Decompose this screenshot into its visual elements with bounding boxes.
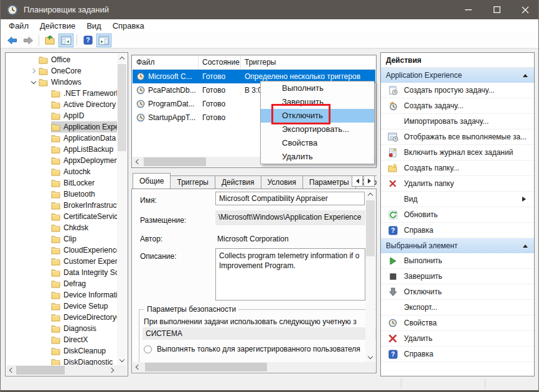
details-vertical-scrollbar[interactable] [365,190,375,362]
column-header-0[interactable]: Файл [133,56,199,70]
folder-icon [51,314,60,322]
tab-scroll-right-button[interactable] [363,175,375,187]
back-button[interactable] [4,34,19,47]
column-header-2[interactable]: Триггеры [241,56,375,70]
action-item-создать-папку-[interactable]: Создать папку... [381,161,534,176]
action-item-справка[interactable]: ?Справка [381,223,534,238]
tree-item-office[interactable]: Office [6,54,117,65]
tree-item-appxdeploymentclient[interactable]: AppxDeploymentClient [6,155,117,166]
action-item-создать-простую-задачу-[interactable]: Создать простую задачу... [381,83,534,98]
column-header-1[interactable]: Состояние [199,56,241,70]
actions-section-header[interactable]: Application Experience [381,68,534,83]
tree-item-customer-experience-improvement-program[interactable]: Customer Experience Improvement Program [6,256,117,267]
tree-item-diskcleanup[interactable]: DiskCleanup [6,345,117,357]
action-item-отображать-все-выполняемые-за-[interactable]: Отображать все выполняемые за... [381,129,534,145]
help-button[interactable]: ? [80,34,95,47]
tree-item-applicationdata[interactable]: ApplicationData [6,133,117,144]
minimize-button[interactable] [454,0,482,19]
action-item-справка[interactable]: ?Справка [381,347,534,362]
action-item-экспорт-[interactable]: Экспорт... [381,300,534,315]
tree-item-bluetooth[interactable]: Bluetooth [6,189,117,200]
tree-item-chkdsk[interactable]: Chkdsk [6,222,117,233]
console-tree-icon [60,35,72,45]
tree-horizontal-scrollbar[interactable] [6,365,117,375]
logged-on-user-radio[interactable] [144,345,152,353]
tab-scroll-left-button[interactable] [352,175,363,187]
context-menu-item-[interactable]: Экспортировать... [261,123,374,136]
tree-item-device-information[interactable]: Device Information [6,289,117,301]
collapse-arrow-icon[interactable] [523,72,528,77]
menu-файл[interactable]: Файл [3,20,34,32]
tree-item-cloudexperiencehost[interactable]: CloudExperienceHost [6,245,117,256]
tree-item-appid[interactable]: AppID [6,110,117,121]
action-item-удалить[interactable]: Удалить [381,331,534,347]
tree-item-label: Clip [63,235,77,243]
tree-item-defrag[interactable]: Defrag [6,278,117,289]
folder-icon [39,78,48,86]
tree-vertical-scrollbar[interactable] [117,54,127,365]
up-level-button[interactable] [42,34,57,47]
tree-item-certificateservicesclient[interactable]: CertificateServicesClient [6,211,117,222]
action-item-удалить-папку[interactable]: Удалить папку [381,176,534,192]
menu-действие[interactable]: Действие [34,20,81,32]
action-pane-toggle-button[interactable] [96,34,111,47]
tab-параметры[interactable]: Параметры [302,175,356,189]
description-field[interactable]: Collects program telemetry information i… [215,248,365,301]
tree-item-label: Bluetooth [63,190,95,198]
action-item-отключить[interactable]: Отключить [381,284,534,300]
tree-item-onecore[interactable]: OneCore [6,65,117,77]
task-clock-icon [136,113,145,122]
tree-item-directx[interactable]: DirectX [6,334,117,345]
collapse-arrow-icon[interactable] [523,242,528,248]
name-field[interactable]: Microsoft Compatibility Appraiser [215,192,365,205]
task-state: Готово [199,97,241,111]
tree-item-label: BrokerInfrastructure [63,201,117,210]
tab-триггеры[interactable]: Триггеры [170,175,215,189]
tree-item-application-experience[interactable]: Application Experience [6,121,117,133]
tree-item-devicedirectoryclient[interactable]: DeviceDirectoryClient [6,312,117,323]
action-item-завершить[interactable]: Завершить [381,269,534,284]
action-item-вид[interactable]: Вид [381,192,534,207]
tree-item--net-framework[interactable]: .NET Framework [6,88,117,99]
tree-item-active-directory[interactable]: Active Directory [6,99,117,110]
description-label: Описание: [140,252,177,261]
details-horizontal-scrollbar[interactable] [133,362,375,372]
maximize-button[interactable] [482,0,511,19]
chevron-right-icon[interactable] [29,69,39,73]
tab-действия[interactable]: Действия [215,175,261,189]
folder-tree-panel: OfficeOneCoreWindows.NET FrameworkActive… [5,52,128,376]
chevron-down-icon[interactable] [29,81,39,83]
console-tree-toggle-button[interactable] [59,34,73,47]
tree-item-applistbackup[interactable]: AppListBackup [6,144,117,155]
tree-item-windows[interactable]: Windows [6,77,117,88]
action-item-свойства[interactable]: Свойства [381,315,534,331]
tree-item-diskdiagnostic[interactable]: DiskDiagnostic [6,357,117,365]
tree-item-data-integrity-scan[interactable]: Data Integrity Scan [6,267,117,278]
tab-условия[interactable]: Условия [261,175,303,189]
logged-on-user-radio-label: Выполнять только для зарегистрированного… [157,345,360,353]
action-item-обновить[interactable]: Обновить [381,207,534,223]
action-item-создать-задачу-[interactable]: Создать задачу... [381,98,534,114]
action-item-импортировать-задачу-[interactable]: Импортировать задачу... [381,114,534,129]
tree-item-brokerinfrastructure[interactable]: BrokerInfrastructure [6,200,117,211]
tree-item-clip[interactable]: Clip [6,233,117,245]
forward-button[interactable] [21,34,35,47]
delete-icon [387,334,398,343]
context-menu-item-[interactable]: Выполнить [261,82,374,95]
folder-icon [51,358,60,366]
action-item-включить-журнал-всех-заданий[interactable]: Включить журнал всех заданий [381,145,534,161]
close-button[interactable] [511,0,539,19]
tab-общие[interactable]: Общие [133,173,171,189]
context-menu-item-[interactable]: Удалить [261,150,374,164]
menu-справка[interactable]: Справка [107,20,150,32]
context-menu-item-[interactable]: Свойства [261,136,374,150]
tree-item-diagnosis[interactable]: Diagnosis [6,323,117,334]
tree-item-device-setup[interactable]: Device Setup [6,301,117,312]
tree-item-bitlocker[interactable]: BitLocker [6,177,117,189]
action-item-выполнить[interactable]: Выполнить [381,253,534,269]
menu-вид[interactable]: Вид [81,20,107,32]
tree-item-autochk[interactable]: Autochk [6,166,117,177]
actions-section-header[interactable]: Выбранный элемент [381,238,534,253]
folder-icon [51,246,60,254]
folder-icon [39,67,48,75]
